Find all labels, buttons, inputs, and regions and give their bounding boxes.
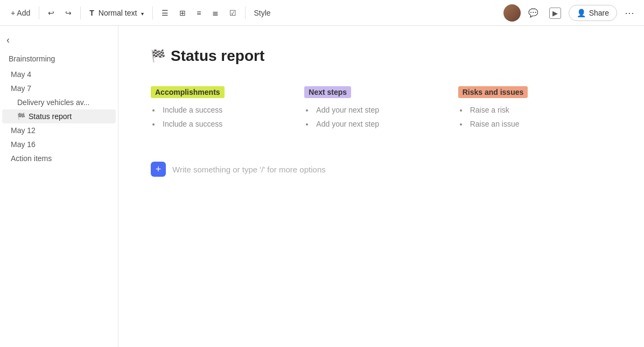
avatar[interactable] <box>503 4 521 22</box>
risks-column: Risks and issues Raise a risk Raise an i… <box>458 86 612 144</box>
list-item[interactable]: Add your next step <box>314 106 447 114</box>
toolbar-divider-2 <box>80 6 81 19</box>
sidebar-item-action-items[interactable]: Action items <box>2 151 116 165</box>
write-prompt-row: + Write something or type '/' for more o… <box>151 162 612 177</box>
next-steps-list: Add your next step Add your next step <box>304 106 447 128</box>
plus-icon: + <box>156 164 162 175</box>
checklist-button[interactable] <box>225 5 241 20</box>
list-item[interactable]: Include a success <box>160 106 293 114</box>
sidebar: Brainstorming May 4 May 7 Delivery vehic… <box>0 26 118 347</box>
toolbar-divider-1 <box>39 6 39 19</box>
redo-button[interactable] <box>61 5 76 20</box>
sidebar-item-may7[interactable]: May 7 <box>2 81 116 95</box>
sidebar-item-label: May 12 <box>11 126 36 135</box>
person-icon: 👤 <box>577 9 586 17</box>
main-layout: Brainstorming May 4 May 7 Delivery vehic… <box>0 26 644 347</box>
list-item[interactable]: Raise a risk <box>468 106 601 114</box>
style-button[interactable]: Style <box>250 5 275 20</box>
content-area: 🏁 Status report Accomplishments Include … <box>118 26 644 347</box>
list-item[interactable]: Raise an issue <box>468 120 601 128</box>
next-steps-header: Next steps <box>304 86 351 98</box>
sidebar-item-label: Delivery vehicles av... <box>17 98 89 107</box>
chevron-down-icon <box>141 9 144 17</box>
add-button[interactable]: + Add <box>6 5 34 20</box>
sidebar-item-label: Status report <box>29 112 72 121</box>
share-label: Share <box>589 9 609 17</box>
toolbar-divider-4 <box>245 6 246 19</box>
sidebar-doc-icon: 🏁 <box>17 113 25 120</box>
sidebar-section-title: Brainstorming <box>0 52 118 65</box>
sidebar-item-label: Action items <box>11 154 52 163</box>
text-icon <box>89 9 94 17</box>
add-block-button[interactable]: + <box>151 162 166 177</box>
bullet-list-button[interactable] <box>192 5 205 20</box>
text-style-label: Normal text <box>99 9 137 17</box>
sidebar-collapse-icon <box>6 34 10 46</box>
next-steps-column: Next steps Add your next step Add your n… <box>304 86 458 144</box>
list-item[interactable]: Include a success <box>160 120 293 128</box>
align-icon <box>162 9 169 17</box>
numbered-list-icon <box>212 9 219 17</box>
risks-list: Raise a risk Raise an issue <box>458 106 601 128</box>
accomplishments-list: Include a success Include a success <box>151 106 293 128</box>
list-item[interactable]: Add your next step <box>314 120 447 128</box>
undo-button[interactable] <box>44 5 59 20</box>
sidebar-item-may16[interactable]: May 16 <box>2 137 116 151</box>
toolbar-divider-3 <box>152 6 153 19</box>
more-options-button[interactable] <box>621 4 638 22</box>
toolbar: + Add Normal text Style ▶ <box>0 0 644 26</box>
redo-icon <box>65 9 72 17</box>
sidebar-item-may4[interactable]: May 4 <box>2 67 116 81</box>
sidebar-item-status-report[interactable]: 🏁 Status report <box>2 109 116 123</box>
undo-icon <box>48 9 54 17</box>
sidebar-item-label: May 7 <box>11 84 31 93</box>
toolbar-right: ▶ 👤 Share <box>503 4 638 22</box>
present-icon: ▶ <box>549 8 561 19</box>
accomplishments-header: Accomplishments <box>151 86 225 98</box>
columns-button[interactable] <box>175 5 190 20</box>
text-style-selector[interactable]: Normal text <box>85 6 148 19</box>
avatar-image <box>503 4 521 22</box>
sidebar-toggle[interactable] <box>0 32 118 48</box>
checklist-icon <box>229 9 236 17</box>
chat-icon <box>528 8 538 17</box>
sidebar-item-label: May 4 <box>11 70 31 79</box>
numbered-list-button[interactable] <box>208 5 223 20</box>
share-button[interactable]: 👤 Share <box>569 5 617 21</box>
sidebar-item-label: May 16 <box>11 140 36 149</box>
chat-button[interactable] <box>525 5 542 21</box>
write-prompt-text[interactable]: Write something or type '/' for more opt… <box>172 165 326 174</box>
columns-icon <box>179 9 186 17</box>
risks-header: Risks and issues <box>458 86 528 98</box>
accomplishments-column: Accomplishments Include a success Includ… <box>151 86 304 144</box>
sidebar-item-may12[interactable]: May 12 <box>2 123 116 137</box>
status-table: Accomplishments Include a success Includ… <box>151 86 612 144</box>
bullet-list-icon <box>197 9 201 17</box>
more-icon <box>625 9 634 18</box>
align-button[interactable] <box>157 5 173 20</box>
page-title-row: 🏁 Status report <box>151 47 612 65</box>
sidebar-item-delivery[interactable]: Delivery vehicles av... <box>2 95 116 109</box>
present-button[interactable]: ▶ <box>546 5 564 21</box>
page-title: Status report <box>171 47 264 65</box>
page-title-icon: 🏁 <box>151 49 165 63</box>
